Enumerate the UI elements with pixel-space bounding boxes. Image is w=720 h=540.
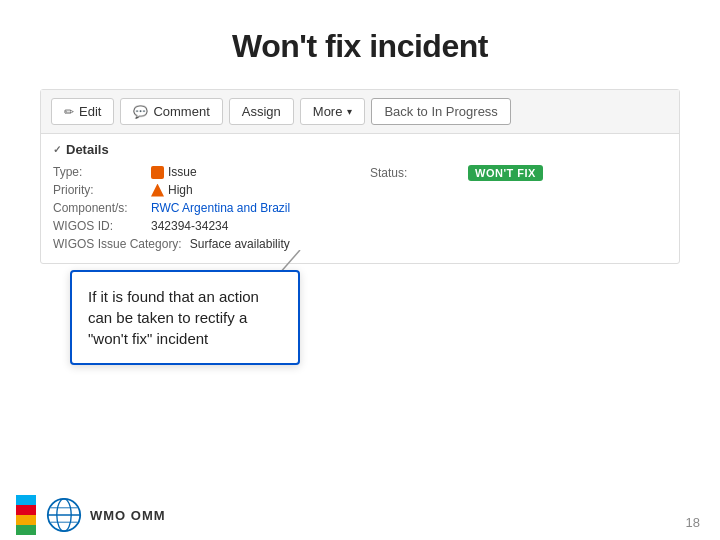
type-value: Issue — [151, 165, 197, 179]
comment-button[interactable]: 💬 Comment — [120, 98, 222, 125]
section-chevron-icon: ✓ — [53, 144, 61, 155]
chevron-down-icon: ▾ — [347, 106, 352, 117]
comment-icon: 💬 — [133, 105, 148, 119]
type-row: Type: Issue — [53, 165, 350, 179]
blue-square — [16, 495, 36, 505]
wigos-category-value: Surface availability — [190, 237, 290, 251]
green-square — [16, 525, 36, 535]
status-row: Status: WON'T FIX — [370, 165, 667, 181]
issue-type-icon — [151, 166, 164, 179]
priority-label: Priority: — [53, 183, 143, 197]
more-label: More — [313, 104, 343, 119]
wigos-id-value: 342394-34234 — [151, 219, 228, 233]
section-header: ✓ Details — [53, 142, 667, 157]
details-left-col: Type: Issue Priority: High Component/s: — [53, 165, 350, 255]
component-label: Component/s: — [53, 201, 143, 215]
back-to-in-progress-button[interactable]: Back to In Progress — [371, 98, 510, 125]
status-label: Status: — [370, 166, 460, 180]
priority-text: High — [168, 183, 193, 197]
page-title: Won't fix incident — [0, 0, 720, 65]
status-badge: WON'T FIX — [468, 165, 543, 181]
page-number: 18 — [686, 515, 700, 530]
component-value: RWC Argentina and Brazil — [151, 201, 290, 215]
priority-icon — [151, 184, 164, 197]
assign-button[interactable]: Assign — [229, 98, 294, 125]
back-label: Back to In Progress — [384, 104, 497, 119]
content-panel: ✏ Edit 💬 Comment Assign More ▾ Back to I… — [40, 89, 680, 264]
assign-label: Assign — [242, 104, 281, 119]
type-label: Type: — [53, 165, 143, 179]
component-row: Component/s: RWC Argentina and Brazil — [53, 201, 350, 215]
details-section: ✓ Details Type: Issue Priority: High — [41, 134, 679, 263]
priority-value: High — [151, 183, 193, 197]
section-title: Details — [66, 142, 109, 157]
details-right-col: Status: WON'T FIX — [370, 165, 667, 255]
wigos-category-label: WIGOS Issue Category: — [53, 237, 182, 251]
edit-icon: ✏ — [64, 105, 74, 119]
comment-label: Comment — [153, 104, 209, 119]
callout-text: If it is found that an action can be tak… — [88, 288, 259, 347]
bottom-bar: WMO OMM — [0, 490, 720, 540]
more-button[interactable]: More ▾ — [300, 98, 366, 125]
wigos-id-label: WIGOS ID: — [53, 219, 143, 233]
type-text: Issue — [168, 165, 197, 179]
wigos-id-row: WIGOS ID: 342394-34234 — [53, 219, 350, 233]
org-name: WMO OMM — [90, 508, 166, 523]
details-grid: Type: Issue Priority: High Component/s: — [53, 165, 667, 255]
callout-box: If it is found that an action can be tak… — [70, 270, 300, 365]
color-squares — [16, 495, 36, 535]
red-square — [16, 505, 36, 515]
priority-row: Priority: High — [53, 183, 350, 197]
component-link[interactable]: RWC Argentina and Brazil — [151, 201, 290, 215]
edit-button[interactable]: ✏ Edit — [51, 98, 114, 125]
wmo-logo-icon — [46, 497, 82, 533]
edit-label: Edit — [79, 104, 101, 119]
yellow-square — [16, 515, 36, 525]
toolbar: ✏ Edit 💬 Comment Assign More ▾ Back to I… — [41, 90, 679, 134]
wigos-category-row: WIGOS Issue Category: Surface availabili… — [53, 237, 350, 251]
